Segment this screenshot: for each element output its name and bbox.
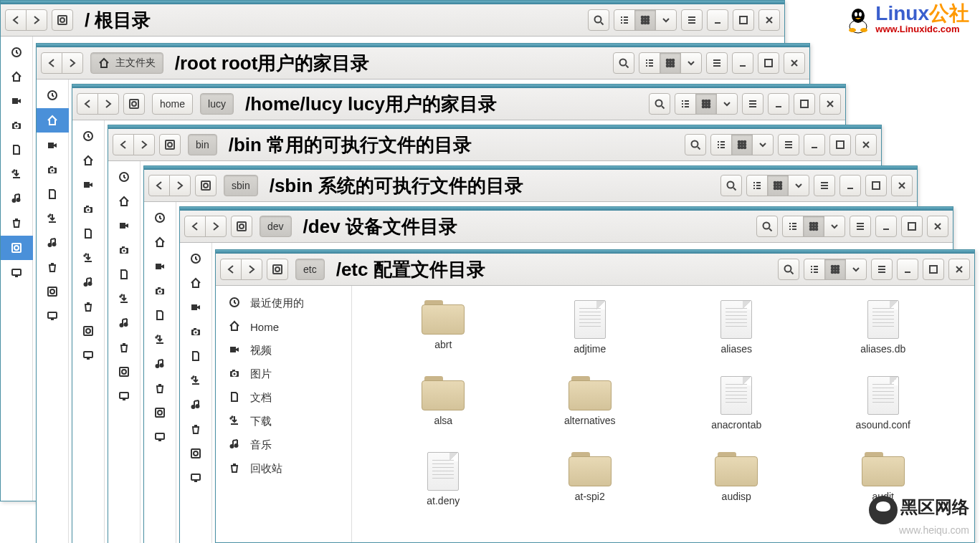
path-segment[interactable]: dev xyxy=(260,216,292,237)
view-grid-button[interactable] xyxy=(634,9,656,31)
hamburger-menu-button[interactable] xyxy=(778,134,799,155)
sidebar-computer-icon[interactable] xyxy=(81,348,95,362)
file-item[interactable]: alternatives xyxy=(520,376,660,431)
back-button[interactable] xyxy=(148,175,170,196)
sidebar-doc-icon[interactable] xyxy=(81,226,95,241)
sidebar-music-icon[interactable] xyxy=(117,316,131,330)
forward-button[interactable] xyxy=(26,9,47,31)
sidebar-home-icon[interactable] xyxy=(117,194,131,208)
back-button[interactable] xyxy=(5,9,27,31)
sidebar-recent-icon[interactable] xyxy=(189,251,203,266)
path-root-button[interactable] xyxy=(159,134,181,155)
file-item[interactable]: anacrontab xyxy=(667,376,807,431)
sidebar-doc-icon[interactable] xyxy=(9,143,24,157)
sidebar-home-icon[interactable] xyxy=(81,153,95,168)
close-button[interactable] xyxy=(891,175,913,196)
maximize-button[interactable] xyxy=(733,9,754,31)
forward-button[interactable] xyxy=(169,175,191,196)
back-button[interactable] xyxy=(41,52,62,74)
maximize-button[interactable] xyxy=(794,93,815,115)
file-item[interactable]: aliases.db xyxy=(814,300,953,355)
sidebar-camera-icon[interactable] xyxy=(81,202,95,216)
sidebar-video-icon[interactable] xyxy=(117,218,131,233)
path-root-button[interactable] xyxy=(123,93,145,115)
sidebar-disk-icon[interactable] xyxy=(117,365,131,379)
view-grid-button[interactable] xyxy=(824,259,846,280)
sidebar-item-home[interactable]: Home xyxy=(216,315,351,339)
sidebar-computer-icon[interactable] xyxy=(45,309,60,323)
sidebar-computer-icon[interactable] xyxy=(153,430,167,444)
sidebar-camera-icon[interactable] xyxy=(117,243,131,257)
sidebar-disk-icon[interactable] xyxy=(1,236,33,260)
sidebar-disk-icon[interactable] xyxy=(45,284,60,299)
back-button[interactable] xyxy=(220,259,242,280)
minimize-button[interactable] xyxy=(732,52,753,74)
file-item[interactable]: alsa xyxy=(374,376,513,431)
hamburger-menu-button[interactable] xyxy=(681,9,703,31)
sidebar-computer-icon[interactable] xyxy=(189,471,203,485)
maximize-button[interactable] xyxy=(758,52,779,74)
sidebar-trash-icon[interactable] xyxy=(153,381,167,395)
view-dropdown-button[interactable] xyxy=(680,52,702,74)
sidebar-recent-icon[interactable] xyxy=(117,170,131,184)
sidebar-doc-icon[interactable] xyxy=(189,349,203,363)
path-home-button[interactable]: 主文件夹 xyxy=(90,52,163,74)
hamburger-menu-button[interactable] xyxy=(814,175,835,196)
back-button[interactable] xyxy=(113,134,134,155)
view-dropdown-button[interactable] xyxy=(824,216,845,237)
search-button[interactable] xyxy=(649,93,670,115)
path-segment[interactable]: bin xyxy=(188,134,217,155)
view-list-button[interactable] xyxy=(804,259,825,280)
path-root-button[interactable] xyxy=(267,259,288,280)
search-button[interactable] xyxy=(685,134,706,155)
sidebar-disk-icon[interactable] xyxy=(189,446,203,461)
sidebar-trash-icon[interactable] xyxy=(117,340,131,355)
path-root-button[interactable] xyxy=(231,216,252,237)
file-item[interactable]: abrt xyxy=(374,300,513,355)
sidebar-item-video[interactable]: 视频 xyxy=(216,339,351,362)
sidebar-download-icon[interactable] xyxy=(153,332,167,347)
sidebar-download-icon[interactable] xyxy=(81,251,95,265)
minimize-button[interactable] xyxy=(804,134,825,155)
maximize-button[interactable] xyxy=(829,134,851,155)
sidebar-item-recent[interactable]: 最近使用的 xyxy=(216,292,351,315)
sidebar-music-icon[interactable] xyxy=(9,191,24,206)
view-dropdown-button[interactable] xyxy=(845,259,867,280)
search-button[interactable] xyxy=(613,52,634,74)
view-dropdown-button[interactable] xyxy=(752,134,774,155)
close-button[interactable] xyxy=(819,93,841,115)
maximize-button[interactable] xyxy=(865,175,887,196)
sidebar-recent-icon[interactable] xyxy=(45,88,60,102)
file-item[interactable]: at.deny xyxy=(374,452,513,506)
view-dropdown-button[interactable] xyxy=(716,93,738,115)
hamburger-menu-button[interactable] xyxy=(742,93,763,115)
sidebar-item-trash[interactable]: 回收站 xyxy=(216,457,351,481)
close-button[interactable] xyxy=(784,52,805,74)
hamburger-menu-button[interactable] xyxy=(871,259,893,280)
file-item[interactable]: aliases xyxy=(667,300,807,355)
minimize-button[interactable] xyxy=(707,9,728,31)
minimize-button[interactable] xyxy=(875,216,897,237)
sidebar-disk-icon[interactable] xyxy=(81,324,95,338)
view-grid-button[interactable] xyxy=(767,175,789,196)
maximize-button[interactable] xyxy=(901,216,923,237)
path-segment[interactable]: sbin xyxy=(224,175,258,196)
path-segment[interactable]: home xyxy=(152,93,193,115)
sidebar-doc-icon[interactable] xyxy=(117,267,131,282)
view-list-button[interactable] xyxy=(675,93,696,115)
path-root-button[interactable] xyxy=(52,9,73,31)
sidebar-camera-icon[interactable] xyxy=(45,163,60,177)
hamburger-menu-button[interactable] xyxy=(706,52,728,74)
hamburger-menu-button[interactable] xyxy=(850,216,871,237)
sidebar-music-icon[interactable] xyxy=(81,275,95,289)
close-button[interactable] xyxy=(948,259,970,280)
sidebar-music-icon[interactable] xyxy=(153,357,167,371)
sidebar-download-icon[interactable] xyxy=(189,373,203,388)
forward-button[interactable] xyxy=(205,216,227,237)
file-item[interactable]: asound.conf xyxy=(814,376,953,431)
view-list-button[interactable] xyxy=(710,134,732,155)
sidebar-download-icon[interactable] xyxy=(117,292,131,306)
sidebar-camera-icon[interactable] xyxy=(189,325,203,339)
view-list-button[interactable] xyxy=(614,9,635,31)
sidebar-video-icon[interactable] xyxy=(189,300,203,314)
